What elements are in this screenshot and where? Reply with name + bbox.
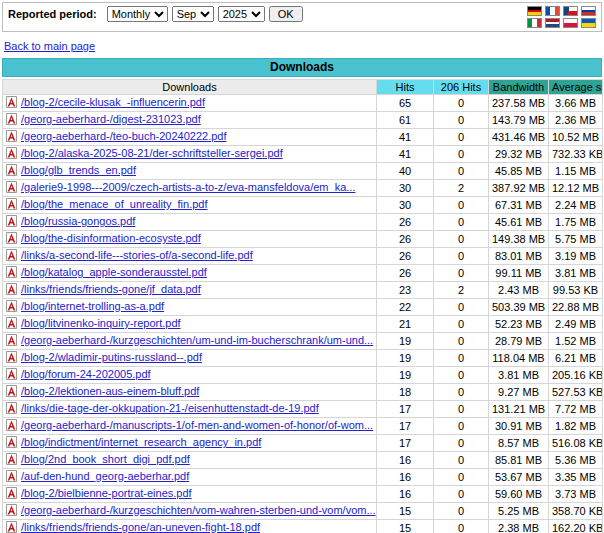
file-link[interactable]: /blog/litvinenko-inquiry-report.pdf [21, 317, 181, 329]
back-to-main-link[interactable]: Back to main page [4, 40, 95, 52]
bandwidth-cell: 143.79 MB [489, 112, 549, 129]
average-size-cell: 2.24 MB [549, 197, 603, 214]
file-link[interactable]: /georg-aeberhard-/digest-231023.pdf [21, 113, 201, 125]
file-link[interactable]: /blog-2/cecile-klusak_-influencerin.pdf [21, 96, 205, 108]
hits-cell: 23 [377, 282, 434, 299]
hits-cell: 22 [377, 299, 434, 316]
table-row: /blog-2/cecile-klusak_-influencerin.pdf6… [3, 95, 603, 112]
file-cell: /links/a-second-life---stories-of/a-seco… [3, 248, 377, 265]
bandwidth-cell: 131.21 MB [489, 401, 549, 418]
file-link[interactable]: /blog/katalog_apple-sonderausstel.pdf [21, 266, 207, 278]
hits-cell: 16 [377, 486, 434, 503]
file-link[interactable]: /links/friends/friends-gone/jf_data.pdf [21, 283, 201, 295]
table-header-row: Downloads Hits 206 Hits Bandwidth Averag… [3, 80, 603, 95]
file-link[interactable]: /blog/2nd_book_short_digi_pdf.pdf [21, 453, 190, 465]
hits-cell: 16 [377, 469, 434, 486]
file-cell: /georg-aeberhard-/kurzgeschichten/vom-wa… [3, 503, 377, 520]
file-cell: /auf-den-hund_georg-aeberhar.pdf [3, 469, 377, 486]
hits-cell: 17 [377, 418, 434, 435]
file-cell: /georg-aeberhard-/teo-buch-20240222.pdf [3, 129, 377, 146]
netherlands-flag-icon[interactable] [545, 18, 560, 28]
period-month-select[interactable]: Sep [172, 6, 214, 22]
file-cell: /blog/the-disinformation-ecosyste.pdf [3, 231, 377, 248]
pdf-icon [6, 198, 17, 212]
hits-cell: 16 [377, 452, 434, 469]
czech-flag-icon[interactable] [563, 6, 578, 16]
file-link[interactable]: /blog/forum-24-202005.pdf [21, 368, 151, 380]
hits-cell: 19 [377, 333, 434, 350]
file-link[interactable]: /georg-aeberhard-/manuscripts-1/of-men-a… [21, 419, 373, 431]
hits-206-cell: 0 [434, 503, 489, 520]
column-header-bandwidth: Bandwidth [489, 80, 549, 95]
period-year-select[interactable]: 2025 [218, 6, 265, 22]
hits-206-cell: 0 [434, 367, 489, 384]
germany-flag-icon[interactable] [527, 6, 542, 16]
file-cell: /georg-aeberhard-/kurzgeschichten/um-und… [3, 333, 377, 350]
pdf-icon [6, 317, 17, 331]
file-link[interactable]: /blog/russia-gongos.pdf [21, 215, 135, 227]
ok-button[interactable]: OK [269, 6, 303, 22]
file-link[interactable]: /blog-2/lektionen-aus-einem-bluff.pdf [21, 385, 199, 397]
bandwidth-cell: 2.38 MB [489, 520, 549, 533]
file-link[interactable]: /auf-den-hund_georg-aeberhar.pdf [21, 470, 189, 482]
pdf-icon [6, 113, 17, 127]
russia-flag-icon[interactable] [581, 6, 596, 16]
poland-flag-icon[interactable] [563, 18, 578, 28]
average-size-cell: 6.21 MB [549, 350, 603, 367]
hits-cell: 30 [377, 180, 434, 197]
table-row: /blog/internet-trolling-as-a.pdf220503.3… [3, 299, 603, 316]
hits-cell: 26 [377, 231, 434, 248]
table-row: /georg-aeberhard-/kurzgeschichten/vom-wa… [3, 503, 603, 520]
bandwidth-cell: 3.81 MB [489, 367, 549, 384]
file-link[interactable]: /blog-2/alaska-2025-08-21/der-schriftste… [21, 147, 283, 159]
bandwidth-cell: 52.23 MB [489, 316, 549, 333]
table-row: /links/die-tage-der-okkupation-21-/eisen… [3, 401, 603, 418]
file-link[interactable]: /galerie9-1998---2009/czech-artists-a-to… [21, 181, 355, 193]
pdf-icon [6, 453, 17, 467]
file-link[interactable]: /blog-2/wladimir-putins-russland--.pdf [21, 351, 202, 363]
file-cell: /blog-2/bielbienne-portrat-eines.pdf [3, 486, 377, 503]
file-link[interactable]: /georg-aeberhard-/teo-buch-20240222.pdf [21, 130, 226, 142]
period-form: Reported period: Monthly Sep 2025 OK [8, 6, 303, 22]
file-link[interactable]: /blog/the-disinformation-ecosyste.pdf [21, 232, 201, 244]
hits-206-cell: 0 [434, 248, 489, 265]
downloads-title-bar: Downloads [2, 58, 602, 77]
file-link[interactable]: /blog-2/bielbienne-portrat-eines.pdf [21, 487, 192, 499]
bandwidth-cell: 237.58 MB [489, 95, 549, 112]
file-link[interactable]: /links/a-second-life---stories-of/a-seco… [21, 249, 253, 261]
average-size-cell: 3.35 MB [549, 469, 603, 486]
hits-206-cell: 0 [434, 333, 489, 350]
period-type-select[interactable]: Monthly [107, 6, 168, 22]
file-link[interactable]: /georg-aeberhard-/kurzgeschichten/vom-wa… [21, 504, 376, 516]
hits-206-cell: 0 [434, 435, 489, 452]
average-size-cell: 516.08 KB [549, 435, 603, 452]
ukraine-flag-icon[interactable] [581, 18, 596, 28]
file-link[interactable]: /blog/indictment/internet_research_agenc… [21, 436, 261, 448]
pdf-icon [6, 351, 17, 365]
bandwidth-cell: 45.61 MB [489, 214, 549, 231]
hits-206-cell: 0 [434, 418, 489, 435]
pdf-icon [6, 232, 17, 246]
italy-flag-icon[interactable] [527, 18, 542, 28]
table-row: /blog/2nd_book_short_digi_pdf.pdf16085.8… [3, 452, 603, 469]
average-size-cell: 205.16 KB [549, 367, 603, 384]
france-flag-icon[interactable] [545, 6, 560, 16]
file-link[interactable]: /links/friends/friends-gone/an-uneven-fi… [21, 521, 260, 533]
file-link[interactable]: /georg-aeberhard-/kurzgeschichten/um-und… [21, 334, 373, 346]
pdf-icon [6, 130, 17, 144]
pdf-icon [6, 283, 17, 297]
hits-cell: 15 [377, 520, 434, 533]
bandwidth-cell: 431.46 MB [489, 129, 549, 146]
table-row: /blog/glb_trends_en.pdf40045.85 MB1.15 M… [3, 163, 603, 180]
file-link[interactable]: /blog/the_menace_of_unreality_fin.pdf [21, 198, 208, 210]
file-link[interactable]: /blog/internet-trolling-as-a.pdf [21, 300, 164, 312]
file-cell: /blog/russia-gongos.pdf [3, 214, 377, 231]
hits-cell: 17 [377, 401, 434, 418]
hits-cell: 26 [377, 214, 434, 231]
file-link[interactable]: /links/die-tage-der-okkupation-21-/eisen… [21, 402, 319, 414]
hits-206-cell: 0 [434, 95, 489, 112]
file-link[interactable]: /blog/glb_trends_en.pdf [21, 164, 136, 176]
bandwidth-cell: 118.04 MB [489, 350, 549, 367]
table-row: /georg-aeberhard-/teo-buch-20240222.pdf4… [3, 129, 603, 146]
pdf-icon [6, 521, 17, 533]
